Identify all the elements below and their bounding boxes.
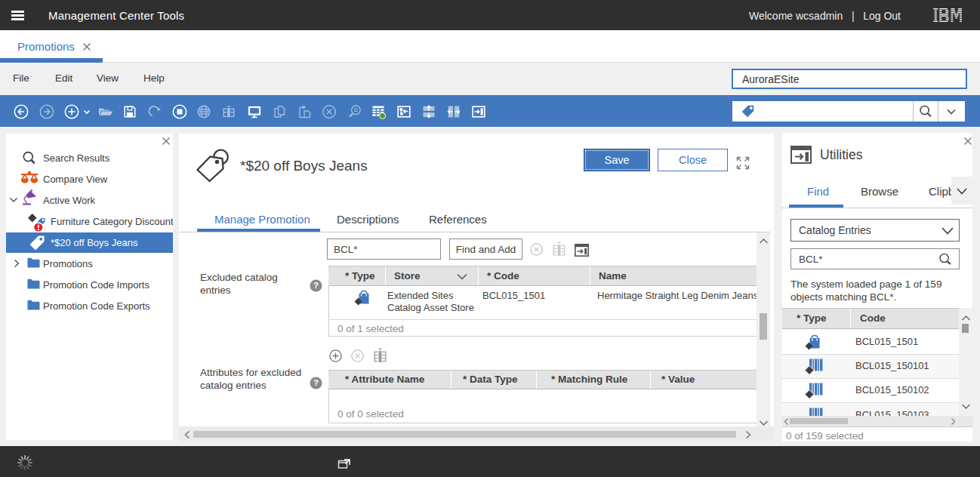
svg-text:?: ? (313, 281, 319, 290)
svg-text:?: ? (313, 378, 319, 387)
